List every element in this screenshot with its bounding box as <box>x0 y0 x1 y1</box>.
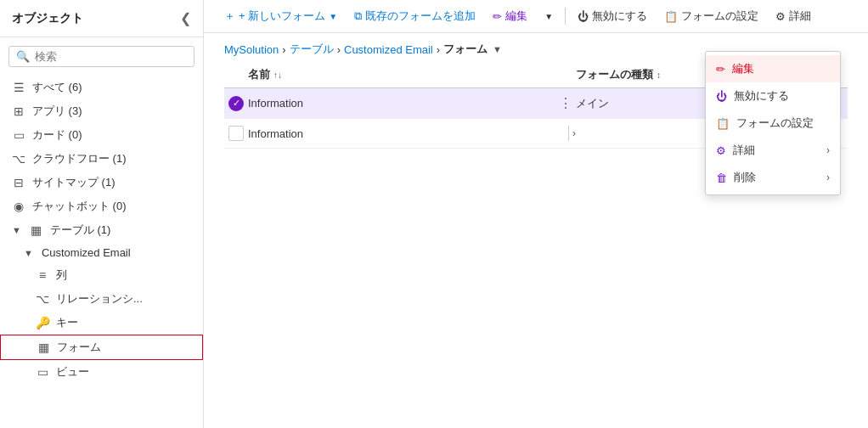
delete-menu-icon: 🗑 <box>716 172 727 184</box>
details-arrow-icon: › <box>826 144 830 156</box>
row-vdiv <box>568 126 569 141</box>
edit-icon: ✏ <box>493 10 502 23</box>
disable-menu-label: 無効にする <box>734 88 789 104</box>
edit-menu-icon: ✏ <box>716 63 725 76</box>
table-area: 名前 ↑↓ フォームの種類 ↕ 状態 ↕ ✓ Information ⋮ メイン… <box>204 62 868 428</box>
new-form-dropdown-icon: ▼ <box>329 12 337 21</box>
breadcrumb-customized-email[interactable]: Customized Email <box>344 43 433 56</box>
sidebar-item-cloud-flows[interactable]: ⌥ クラウドフロー (1) <box>0 147 203 171</box>
sidebar-item-all[interactable]: ☰ すべて (6) <box>0 76 203 99</box>
nav-list: ☰ すべて (6) ⊞ アプリ (3) ▭ カード (0) ⌥ クラウドフロー … <box>0 72 203 428</box>
context-menu: ✏ 編集 ⏻ 無効にする 📋 フォームの設定 ⚙ 詳細 <box>705 62 841 195</box>
sidebar-item-columns-label: 列 <box>56 268 67 283</box>
details-icon: ⚙ <box>775 10 786 23</box>
context-menu-edit[interactable]: ✏ 編集 <box>706 62 840 82</box>
customized-email-expand-icon: ▼ <box>24 248 33 258</box>
sidebar-item-tables-label: テーブル (1) <box>50 222 111 238</box>
sidebar-item-cloud-flows-label: クラウドフロー (1) <box>32 151 127 166</box>
sidebar-item-sitemaps-label: サイトマップ (1) <box>32 175 116 190</box>
details-button[interactable]: ⚙ 詳細 <box>769 5 818 27</box>
details-menu-icon: ⚙ <box>716 144 726 157</box>
row-check-2[interactable] <box>224 126 248 141</box>
breadcrumb-sep-3: › <box>437 43 440 56</box>
delete-menu-label: 削除 <box>734 170 756 185</box>
sidebar-item-views[interactable]: ▭ ビュー <box>0 360 203 384</box>
breadcrumb-dropdown-icon[interactable]: ▼ <box>493 44 502 54</box>
breadcrumb-table[interactable]: テーブル <box>290 42 334 57</box>
breadcrumb-sep-1: › <box>282 43 285 56</box>
sidebar-item-forms[interactable]: ▦ フォーム <box>0 335 203 360</box>
type-sort-icon[interactable]: ↕ <box>657 70 661 80</box>
sidebar-item-tables[interactable]: ▼ ▦ テーブル (1) <box>0 218 203 242</box>
search-box[interactable]: 🔍 <box>8 46 194 67</box>
disable-button[interactable]: ⏻ 無効にする <box>571 5 654 27</box>
edit-menu-label: 編集 <box>732 62 754 76</box>
form-settings-menu-label: フォームの設定 <box>736 115 814 131</box>
context-menu-form-settings[interactable]: 📋 フォームの設定 <box>706 110 840 137</box>
sidebar-item-chatbots[interactable]: ◉ チャットボット (0) <box>0 194 203 218</box>
sidebar-item-keys-label: キー <box>56 315 78 330</box>
sidebar-item-sitemaps[interactable]: ⊟ サイトマップ (1) <box>0 171 203 194</box>
sidebar-item-forms-label: フォーム <box>57 340 101 355</box>
search-icon: 🔍 <box>16 50 30 63</box>
form-settings-menu-icon: 📋 <box>716 117 730 130</box>
all-icon: ☰ <box>12 81 25 94</box>
toolbar-divider <box>565 8 566 25</box>
row-dots-1[interactable]: ⋮ <box>555 95 576 111</box>
row-arrow-2[interactable]: › <box>572 127 576 139</box>
new-form-icon: ＋ <box>224 8 235 24</box>
sidebar-item-columns[interactable]: ≡ 列 <box>0 263 203 287</box>
cloud-flows-icon: ⌥ <box>12 152 25 166</box>
breadcrumb-current: フォーム <box>443 42 488 57</box>
context-menu-delete[interactable]: 🗑 削除 › <box>706 164 840 191</box>
row-name-2: Information <box>248 127 544 140</box>
sidebar: オブジェクト ❮ 🔍 ☰ すべて (6) ⊞ アプリ (3) ▭ カード (0)… <box>0 0 204 428</box>
form-settings-button[interactable]: 📋 フォームの設定 <box>657 5 765 27</box>
toolbar-dropdown-icon: ▼ <box>544 12 553 21</box>
name-sort-icon[interactable]: ↑↓ <box>273 70 282 80</box>
disable-icon: ⏻ <box>578 10 589 23</box>
toolbar-dropdown-button[interactable]: ▼ <box>538 8 560 25</box>
sidebar-item-relations[interactable]: ⌥ リレーションシ... <box>0 287 203 311</box>
chatbots-icon: ◉ <box>12 200 25 213</box>
row-name-1: Information <box>248 97 555 110</box>
search-input[interactable] <box>35 50 187 63</box>
sidebar-header: オブジェクト ❮ <box>0 0 203 37</box>
breadcrumb-sep-2: › <box>337 43 341 56</box>
edit-button[interactable]: ✏ 編集 <box>486 5 534 27</box>
views-icon: ▭ <box>36 365 49 379</box>
add-existing-icon: ⧉ <box>354 9 362 23</box>
new-form-button[interactable]: ＋ + 新しいフォーム ▼ <box>217 5 344 27</box>
sidebar-item-all-label: すべて (6) <box>32 80 82 95</box>
apps-icon: ⊞ <box>12 104 25 118</box>
toolbar: ＋ + 新しいフォーム ▼ ⧉ 既存のフォームを追加 ✏ 編集 ▼ ⏻ 無効にす… <box>204 0 868 33</box>
breadcrumb-mysolution[interactable]: MySolution <box>224 43 279 56</box>
sidebar-item-keys[interactable]: 🔑 キー <box>0 311 203 335</box>
column-header-name: 名前 ↑↓ <box>248 67 550 82</box>
check-circle-1: ✓ <box>228 96 244 111</box>
context-menu-disable[interactable]: ⏻ 無効にする <box>706 82 840 110</box>
context-menu-details[interactable]: ⚙ 詳細 › <box>706 137 840 164</box>
sidebar-item-cards-label: カード (0) <box>32 127 82 143</box>
sidebar-item-views-label: ビュー <box>56 364 89 380</box>
cards-icon: ▭ <box>12 128 25 142</box>
row-check-1[interactable]: ✓ <box>224 96 248 111</box>
tables-icon: ▦ <box>30 223 43 237</box>
forms-icon: ▦ <box>37 341 50 354</box>
sidebar-title: オブジェクト <box>12 11 83 26</box>
disable-menu-icon: ⏻ <box>716 90 727 103</box>
details-menu-label: 詳細 <box>733 143 755 158</box>
columns-icon: ≡ <box>36 268 49 282</box>
sidebar-item-cards[interactable]: ▭ カード (0) <box>0 123 203 147</box>
sidebar-item-apps[interactable]: ⊞ アプリ (3) <box>0 99 203 123</box>
main-content: ＋ + 新しいフォーム ▼ ⧉ 既存のフォームを追加 ✏ 編集 ▼ ⏻ 無効にす… <box>204 0 868 428</box>
empty-check-2 <box>228 126 244 141</box>
tables-expand-icon: ▼ <box>12 225 21 235</box>
sidebar-collapse-button[interactable]: ❮ <box>180 10 191 26</box>
relations-icon: ⌥ <box>36 292 49 306</box>
sidebar-item-chatbots-label: チャットボット (0) <box>32 199 127 214</box>
add-existing-form-button[interactable]: ⧉ 既存のフォームを追加 <box>347 5 482 27</box>
sidebar-item-customized-email-label: Customized Email <box>42 246 131 259</box>
sidebar-item-relations-label: リレーションシ... <box>56 291 143 307</box>
sidebar-item-customized-email[interactable]: ▼ Customized Email <box>0 242 203 263</box>
